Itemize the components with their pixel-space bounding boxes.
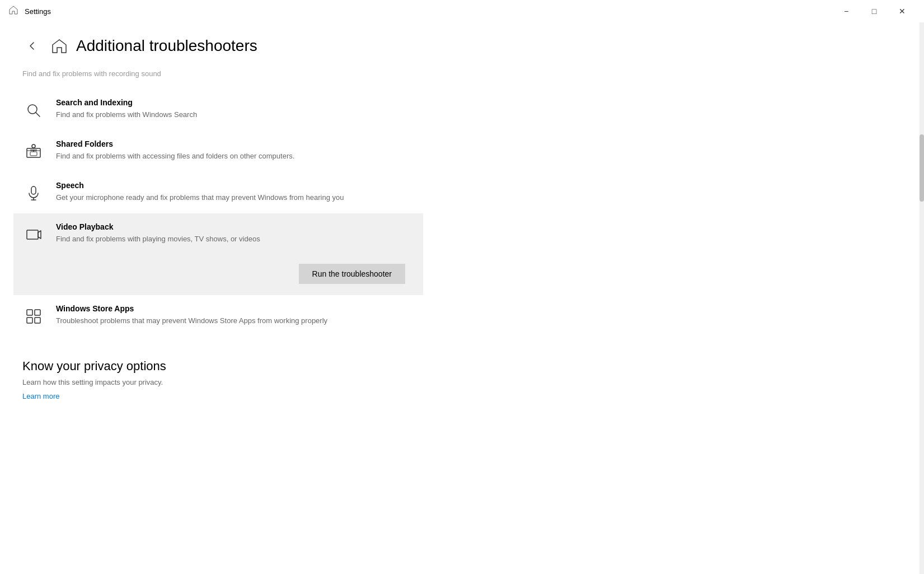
close-button[interactable]: ✕ [889,2,915,20]
item-title-shared-folders: Shared Folders [56,139,414,148]
item-title-search-indexing: Search and Indexing [56,98,414,107]
page-title: Additional troubleshooters [76,37,257,55]
item-desc-shared-folders: Find and fix problems with accessing fil… [56,151,414,162]
item-title-windows-store: Windows Store Apps [56,304,414,313]
privacy-title: Know your privacy options [22,359,414,374]
item-desc-windows-store: Troubleshoot problems that may prevent W… [56,315,414,326]
title-bar-left: Settings [9,6,51,17]
page-header: Additional troubleshooters [22,36,414,56]
troubleshooter-item-video-playback[interactable]: Video Playback Find and fix problems wit… [13,213,423,295]
title-bar: Settings − □ ✕ [0,0,924,22]
windows-store-icon [22,305,45,328]
privacy-description: Learn how this setting impacts your priv… [22,378,414,386]
shared-folders-icon [22,141,45,163]
svg-rect-13 [35,310,40,315]
back-button[interactable] [22,36,43,56]
svg-rect-11 [27,230,38,239]
main-panel: Additional troubleshooters Find and fix … [0,22,437,574]
run-troubleshooter-button[interactable]: Run the troubleshooter [299,264,405,284]
svg-line-1 [36,113,40,116]
troubleshooter-item-windows-store[interactable]: Windows Store Apps Troubleshoot problems… [22,295,414,337]
search-icon [22,99,45,122]
item-title-video-playback: Video Playback [56,222,414,231]
item-content-speech: Speech Get your microphone ready and fix… [56,181,414,203]
video-icon [22,223,45,246]
svg-point-3 [32,144,35,148]
item-content-shared-folders: Shared Folders Find and fix problems wit… [56,139,414,162]
scrollbar-thumb[interactable] [920,134,924,202]
home-icon-area [51,38,67,54]
home-icon [9,6,18,17]
run-button-container: Run the troubleshooter [22,264,414,284]
item-desc-search-indexing: Find and fix problems with Windows Searc… [56,109,414,120]
item-title-speech: Speech [56,181,414,190]
window-title: Settings [25,7,51,16]
video-playback-row: Video Playback Find and fix problems wit… [22,222,414,246]
item-content-search-indexing: Search and Indexing Find and fix problem… [56,98,414,120]
svg-rect-8 [31,186,36,194]
troubleshooter-item-shared-folders[interactable]: Shared Folders Find and fix problems wit… [22,130,414,172]
item-content-windows-store: Windows Store Apps Troubleshoot problems… [56,304,414,326]
item-desc-video-playback: Find and fix problems with playing movie… [56,234,414,245]
svg-rect-15 [35,318,40,323]
content-area: Additional troubleshooters Find and fix … [0,22,924,574]
microphone-icon [22,182,45,204]
item-desc-speech: Get your microphone ready and fix proble… [56,192,414,203]
window-controls: − □ ✕ [833,2,915,20]
item-content-video-playback: Video Playback Find and fix problems wit… [56,222,414,245]
truncated-subtitle: Find and fix problems with recording sou… [22,69,414,78]
svg-rect-12 [27,310,32,315]
scrollbar-track[interactable] [920,22,924,574]
learn-more-link[interactable]: Learn more [22,392,59,400]
privacy-section: Know your privacy options Learn how this… [22,359,414,401]
minimize-button[interactable]: − [833,2,859,20]
svg-rect-14 [27,318,32,323]
troubleshooter-item-search-indexing[interactable]: Search and Indexing Find and fix problem… [22,89,414,130]
troubleshooter-item-speech[interactable]: Speech Get your microphone ready and fix… [22,172,414,213]
svg-rect-5 [30,152,37,156]
maximize-button[interactable]: □ [861,2,887,20]
